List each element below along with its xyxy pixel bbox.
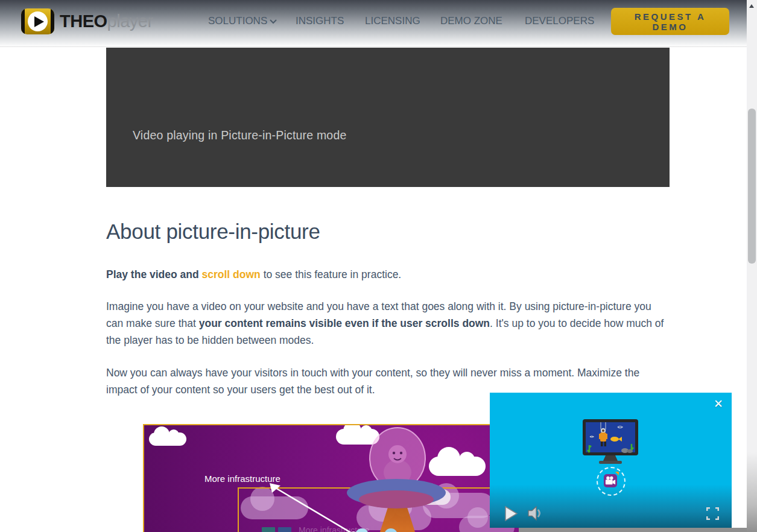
article: About picture-in-picture Play the video …: [106, 218, 664, 398]
play-icon: [34, 16, 44, 27]
play-button[interactable]: [504, 505, 519, 522]
top-navigation-bar: THEOplayer SOLUTIONS INSIGHTS LICENSING …: [0, 0, 747, 47]
logo-text-player: player: [107, 11, 153, 31]
nav-item-demo-zone[interactable]: DEMO ZONE: [440, 15, 502, 27]
request-a-demo-button[interactable]: REQUEST A DEMO: [611, 8, 729, 35]
logo-text-theo: THEO: [60, 11, 107, 31]
cloud: [149, 432, 186, 446]
page: THEOplayer SOLUTIONS INSIGHTS LICENSING …: [0, 0, 757, 532]
close-icon[interactable]: ✕: [714, 397, 723, 411]
bottom-strip: [519, 528, 757, 532]
thumbnail: [278, 527, 291, 532]
page-title: About picture-in-picture: [106, 218, 664, 245]
volume-button[interactable]: [528, 505, 544, 521]
scroll-down-link[interactable]: scroll down: [202, 268, 261, 280]
theoplayer-logo-icon: [21, 8, 54, 34]
chevron-down-icon: [270, 15, 277, 27]
paragraph-1: Imagine you have a video on your website…: [106, 298, 664, 349]
fullscreen-button[interactable]: [706, 507, 719, 520]
scroll-up-arrow-icon[interactable]: [749, 4, 754, 8]
pip-status-message: Video playing in Picture-in-Picture mode: [133, 128, 347, 142]
alien-ufo-illustration: [343, 425, 452, 532]
nav-item-solutions[interactable]: SOLUTIONS: [208, 15, 277, 27]
thumbnail: [262, 527, 275, 532]
nav-item-insights[interactable]: INSIGHTS: [296, 15, 344, 27]
video-camera-icon: [604, 474, 617, 487]
pip-player[interactable]: ✕: [490, 393, 732, 528]
theoplayer-logo[interactable]: THEOplayer: [21, 8, 153, 34]
tv-illustration: [583, 419, 638, 466]
nav-item-licensing[interactable]: LICENSING: [365, 15, 420, 27]
scrollbar[interactable]: [747, 0, 757, 532]
nav-item-developers[interactable]: DEVELOPERS: [525, 15, 594, 27]
lead-paragraph: Play the video and scroll down to see th…: [106, 267, 664, 282]
main-video-placeholder[interactable]: Video playing in Picture-in-Picture mode: [106, 48, 670, 187]
scrollbar-thumb[interactable]: [748, 109, 756, 264]
